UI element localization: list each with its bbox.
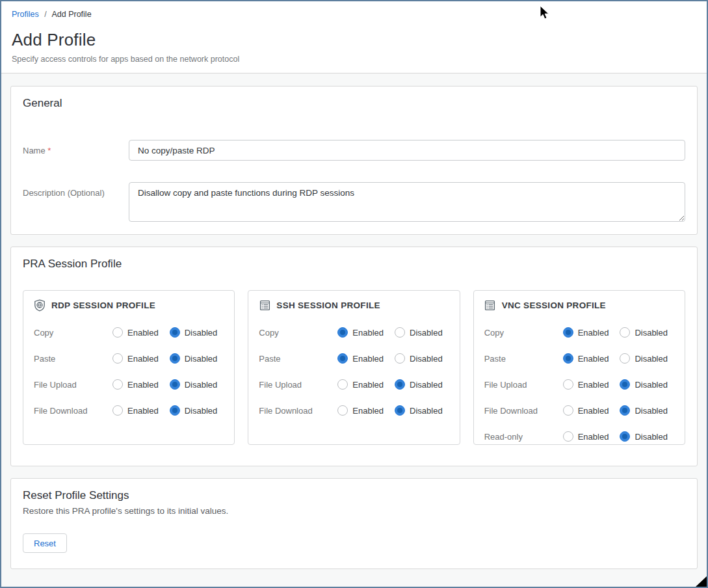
- rdp-copy-row: Copy Enabled Disabled: [34, 319, 224, 345]
- vnc-paste-label: Paste: [484, 354, 563, 364]
- reset-profile-settings-section: Reset Profile Settings Restore this PRA …: [10, 478, 698, 569]
- radio-circle: [563, 405, 573, 416]
- ssh-copy-row: Copy Enabled Disabled: [259, 319, 449, 345]
- vnc-paste-row: Paste Enabled Disabled: [484, 345, 674, 371]
- radio-circle: [170, 353, 180, 364]
- radio-circle: [337, 379, 348, 390]
- radio-circle: [620, 405, 630, 416]
- radio-option-label: Enabled: [127, 380, 159, 390]
- rdp-paste-label: Paste: [34, 354, 112, 364]
- shield-globe-icon: [34, 299, 46, 311]
- ssh-paste-enabled-radio[interactable]: Enabled: [337, 353, 384, 364]
- radio-option-label: Enabled: [578, 432, 609, 442]
- rdp-file-download-enabled-radio[interactable]: Enabled: [112, 405, 159, 416]
- reset-button[interactable]: Reset: [23, 533, 67, 553]
- radio-circle: [337, 405, 348, 416]
- reset-heading: Reset Profile Settings: [23, 489, 685, 502]
- ssh-file-upload-enabled-radio[interactable]: Enabled: [337, 379, 384, 390]
- general-section: General Name * Description (Optional) Di…: [10, 86, 698, 235]
- rdp-paste-disabled-radio[interactable]: Disabled: [170, 353, 218, 364]
- radio-option-label: Disabled: [635, 328, 668, 338]
- vnc-file-download-row: File Download Enabled Disabled: [484, 397, 674, 423]
- rdp-paste-enabled-radio[interactable]: Enabled: [112, 353, 159, 364]
- description-row: Description (Optional) Disallow copy and…: [23, 182, 685, 222]
- ssh-file-upload-row: File Upload Enabled Disabled: [259, 371, 449, 397]
- session-card-rows: Copy Enabled Disabled Paste Enabled Disa…: [484, 319, 674, 449]
- ssh-file-upload-label: File Upload: [259, 380, 337, 390]
- rdp-file-download-disabled-radio[interactable]: Disabled: [170, 405, 218, 416]
- radio-option-label: Disabled: [410, 354, 443, 364]
- radio-circle: [112, 379, 123, 390]
- radio-option-label: Disabled: [635, 354, 668, 364]
- vnc-file-download-enabled-radio[interactable]: Enabled: [563, 405, 609, 416]
- rdp-file-upload-enabled-radio[interactable]: Enabled: [112, 379, 159, 390]
- radio-option-label: Disabled: [185, 354, 218, 364]
- radio-option-label: Enabled: [578, 354, 609, 364]
- name-label-text: Name: [23, 146, 46, 155]
- radio-circle: [563, 327, 573, 338]
- radio-circle: [170, 405, 180, 416]
- session-card-header: SSH SESSION PROFILE: [259, 299, 449, 311]
- vnc-read-only-disabled-radio[interactable]: Disabled: [620, 431, 668, 442]
- rdp-file-upload-disabled-radio[interactable]: Disabled: [170, 379, 218, 390]
- session-card-title: VNC SESSION PROFILE: [502, 301, 606, 310]
- ssh-paste-disabled-radio[interactable]: Disabled: [395, 353, 443, 364]
- rdp-file-upload-row: File Upload Enabled Disabled: [34, 371, 224, 397]
- session-card-rows: Copy Enabled Disabled Paste Enabled Disa…: [259, 319, 449, 423]
- ssh-copy-disabled-radio[interactable]: Disabled: [395, 327, 443, 338]
- radio-circle: [620, 431, 630, 442]
- ssh-paste-label: Paste: [259, 354, 337, 364]
- vnc-copy-enabled-radio[interactable]: Enabled: [563, 327, 609, 338]
- general-heading: General: [23, 97, 685, 110]
- vnc-paste-disabled-radio[interactable]: Disabled: [620, 353, 668, 364]
- radio-circle: [620, 379, 630, 390]
- vnc-file-download-disabled-radio[interactable]: Disabled: [620, 405, 668, 416]
- radio-option-label: Enabled: [578, 406, 609, 416]
- ssh-session-card: SSH SESSION PROFILE Copy Enabled Disable…: [248, 290, 460, 445]
- name-required-asterisk: *: [47, 146, 51, 155]
- vnc-file-upload-row: File Upload Enabled Disabled: [484, 371, 674, 397]
- rdp-copy-label: Copy: [34, 328, 112, 338]
- radio-circle: [620, 327, 630, 338]
- ssh-copy-label: Copy: [259, 328, 337, 338]
- radio-circle: [112, 405, 123, 416]
- radio-option-label: Disabled: [185, 380, 218, 390]
- breadcrumb: Profiles / Add Profile: [12, 10, 696, 19]
- vnc-copy-disabled-radio[interactable]: Disabled: [620, 327, 668, 338]
- radio-circle: [395, 327, 405, 338]
- add-profile-page: Profiles / Add Profile Add Profile Speci…: [0, 0, 708, 588]
- ssh-file-download-disabled-radio[interactable]: Disabled: [395, 405, 443, 416]
- breadcrumb-profiles-link[interactable]: Profiles: [12, 10, 39, 19]
- radio-option-label: Disabled: [185, 328, 218, 338]
- ssh-file-download-enabled-radio[interactable]: Enabled: [337, 405, 384, 416]
- name-input[interactable]: [129, 140, 685, 161]
- list-icon: [259, 299, 270, 311]
- radio-option-label: Enabled: [352, 406, 384, 416]
- vnc-copy-row: Copy Enabled Disabled: [484, 319, 674, 345]
- description-input[interactable]: Disallow copy and paste functions during…: [129, 182, 685, 222]
- radio-option-label: Disabled: [410, 406, 443, 416]
- radio-circle: [563, 379, 573, 390]
- session-card-title: RDP SESSION PROFILE: [51, 301, 155, 310]
- radio-circle: [337, 353, 348, 364]
- vnc-file-upload-enabled-radio[interactable]: Enabled: [563, 379, 609, 390]
- vnc-file-upload-disabled-radio[interactable]: Disabled: [620, 379, 668, 390]
- rdp-copy-enabled-radio[interactable]: Enabled: [112, 327, 159, 338]
- vnc-read-only-enabled-radio[interactable]: Enabled: [563, 431, 609, 442]
- breadcrumb-current: Add Profile: [51, 10, 91, 19]
- ssh-copy-enabled-radio[interactable]: Enabled: [337, 327, 384, 338]
- rdp-copy-disabled-radio[interactable]: Disabled: [170, 327, 218, 338]
- rdp-file-download-row: File Download Enabled Disabled: [34, 397, 224, 423]
- page-title: Add Profile: [12, 30, 696, 50]
- ssh-file-upload-disabled-radio[interactable]: Disabled: [395, 379, 443, 390]
- breadcrumb-separator: /: [44, 10, 46, 19]
- rdp-file-upload-label: File Upload: [34, 380, 112, 390]
- name-row: Name *: [23, 140, 685, 161]
- vnc-paste-enabled-radio[interactable]: Enabled: [563, 353, 609, 364]
- radio-circle: [112, 353, 123, 364]
- corner-resize-artifact: [696, 576, 707, 587]
- radio-option-label: Enabled: [127, 354, 159, 364]
- vnc-copy-label: Copy: [484, 328, 563, 338]
- radio-option-label: Enabled: [127, 328, 159, 338]
- radio-option-label: Disabled: [410, 380, 443, 390]
